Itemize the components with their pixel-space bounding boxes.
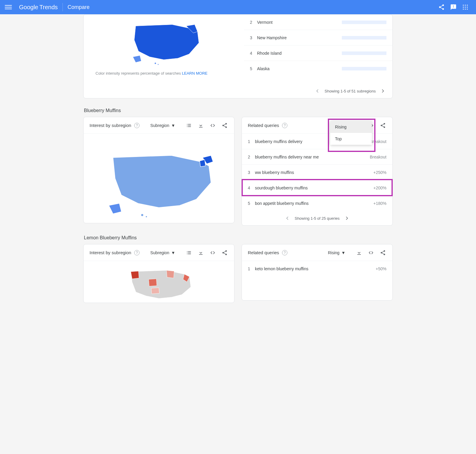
query-list: 1keto lemon blueberry muffins+50%: [242, 261, 392, 277]
map-caption: Color intensity represents percentage of…: [90, 71, 238, 81]
query-row[interactable]: 5bon appetit blueberry muffins+180%: [242, 196, 392, 211]
us-map[interactable]: [84, 261, 234, 303]
svg-point-10: [158, 64, 159, 65]
next-icon[interactable]: [343, 215, 350, 222]
logo-product: Trends: [40, 4, 58, 11]
us-map[interactable]: [90, 15, 238, 71]
svg-point-2: [467, 5, 468, 6]
feedback-icon[interactable]: [447, 1, 459, 13]
embed-icon[interactable]: [209, 249, 216, 256]
related-queries-card: Related queries ? Rising▼ 1keto lemon bl…: [242, 244, 393, 301]
share-icon[interactable]: [221, 122, 228, 129]
learn-more-link[interactable]: LEARN MORE: [182, 71, 208, 76]
dropdown-option-rising[interactable]: Rising: [330, 121, 372, 133]
card-title: Interest by subregion: [90, 250, 131, 255]
prev-icon[interactable]: [284, 215, 291, 222]
region-card-top: Color intensity represents percentage of…: [83, 14, 393, 98]
card-title: Related queries: [248, 123, 279, 128]
menu-icon[interactable]: [5, 4, 12, 11]
list-view-icon[interactable]: [185, 249, 192, 256]
section-title: Lemon Blueberry Muffins: [84, 235, 393, 241]
header-divider: [62, 3, 63, 11]
help-icon[interactable]: ?: [282, 250, 287, 255]
svg-point-9: [154, 62, 156, 64]
help-icon[interactable]: ?: [134, 123, 140, 128]
interest-subregion-card: Interest by subregion ? Subregion▼: [83, 244, 234, 303]
share-icon[interactable]: [221, 249, 228, 256]
svg-point-5: [467, 7, 468, 7]
prev-icon[interactable]: [314, 87, 321, 95]
region-row[interactable]: 5Alaska: [244, 61, 392, 76]
query-row[interactable]: 4sourdough blueberry muffins+200%: [242, 180, 392, 196]
pagination-text: Showing 1-5 of 51 subregions: [325, 89, 376, 93]
svg-point-7: [465, 9, 466, 10]
svg-point-6: [463, 9, 464, 10]
svg-point-1: [465, 5, 466, 6]
query-row[interactable]: 3ww blueberry muffins+250%: [242, 165, 392, 180]
page-title: Compare: [68, 4, 90, 10]
query-list: 1blueberry muffins deliveryBreakout 2blu…: [242, 134, 392, 211]
download-icon[interactable]: [356, 249, 363, 256]
download-icon[interactable]: [197, 249, 204, 256]
query-row[interactable]: 2blueberry muffins delivery near meBreak…: [242, 149, 392, 165]
next-icon[interactable]: [379, 87, 386, 95]
app-header: Google Trends Compare: [0, 0, 476, 14]
svg-point-4: [465, 7, 466, 7]
us-map[interactable]: [84, 134, 234, 223]
section-title: Blueberry Muffins: [84, 108, 393, 113]
svg-point-12: [145, 216, 147, 218]
list-view-icon[interactable]: [185, 122, 192, 129]
share-icon[interactable]: [379, 249, 386, 256]
download-icon[interactable]: [197, 122, 204, 129]
dropdown-option-top[interactable]: Top: [330, 133, 372, 145]
svg-point-3: [463, 7, 464, 7]
logo[interactable]: Google Trends: [19, 4, 58, 11]
share-icon[interactable]: [379, 122, 386, 129]
card-title: Interest by subregion: [90, 123, 131, 128]
sort-dropdown-menu: Rising Top: [330, 121, 372, 145]
share-icon[interactable]: [436, 1, 447, 13]
embed-icon[interactable]: [209, 122, 216, 129]
svg-point-11: [141, 214, 143, 216]
logo-brand: Google: [19, 4, 38, 11]
region-list: 2Vermont 3New Hampshire 4Rhode Island 5A…: [244, 15, 392, 76]
svg-point-0: [463, 5, 464, 6]
subregion-dropdown[interactable]: Subregion▼: [150, 250, 175, 255]
region-pagination: Showing 1-5 of 51 subregions: [84, 84, 392, 98]
sort-dropdown[interactable]: Rising▼: [328, 250, 345, 255]
help-icon[interactable]: ?: [134, 250, 140, 255]
embed-icon[interactable]: [367, 249, 375, 256]
region-row[interactable]: 3New Hampshire: [244, 30, 392, 45]
query-pagination: Showing 1-5 of 25 queries: [242, 211, 392, 225]
query-row[interactable]: 1keto lemon blueberry muffins+50%: [242, 261, 392, 277]
subregion-dropdown[interactable]: Subregion▼: [150, 123, 175, 128]
help-icon[interactable]: ?: [282, 123, 287, 128]
svg-point-8: [467, 9, 468, 10]
region-row[interactable]: 4Rhode Island: [244, 45, 392, 61]
card-title: Related queries: [248, 250, 279, 255]
region-row[interactable]: 2Vermont: [244, 15, 392, 30]
apps-icon[interactable]: [459, 1, 471, 13]
pagination-text: Showing 1-5 of 25 queries: [295, 216, 339, 221]
interest-subregion-card: Interest by subregion ? Subregion▼: [83, 117, 234, 223]
